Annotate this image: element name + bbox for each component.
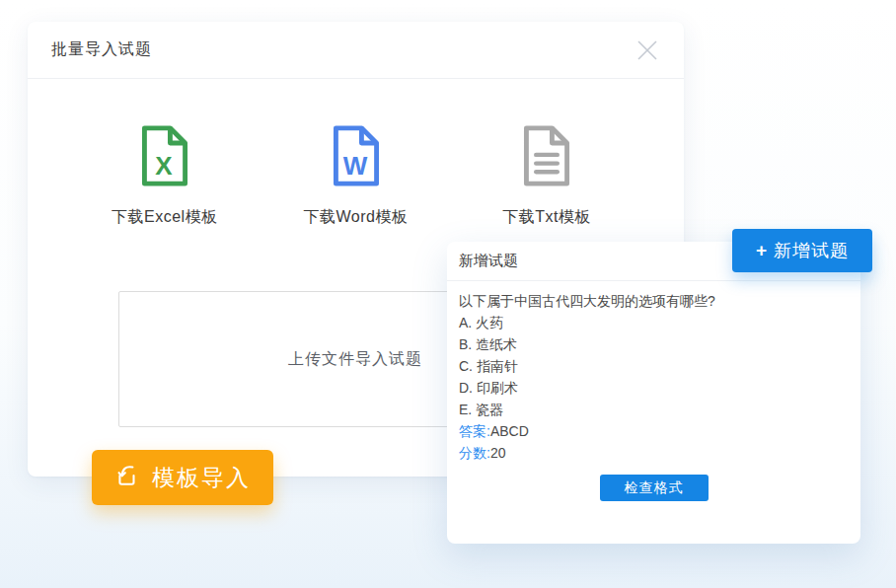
add-question-button[interactable]: + 新增试题 (732, 229, 872, 272)
answer-label: 答案: (459, 423, 490, 439)
add-question-label: 新增试题 (774, 239, 849, 262)
txt-file-icon (521, 124, 572, 191)
modal-title: 批量导入试题 (51, 39, 152, 60)
download-word-label: 下载Word模板 (304, 207, 409, 228)
add-question-panel: 新增试题 以下属于中国古代四大发明的选项有哪些? A. 火药 B. 造纸术 C.… (447, 242, 860, 544)
modal-header: 批量导入试题 (28, 22, 684, 79)
page: 批量导入试题 X 下载Excel模板 (0, 0, 896, 588)
question-option: E. 瓷器 (459, 399, 849, 420)
question-text: 以下属于中国古代四大发明的选项有哪些? (459, 290, 849, 312)
question-option: D. 印刷术 (459, 377, 849, 399)
import-icon (114, 463, 140, 492)
svg-text:X: X (155, 152, 173, 182)
download-txt-label: 下载Txt模板 (502, 207, 591, 228)
template-import-button[interactable]: 模板导入 (92, 450, 273, 505)
question-option: C. 指南针 (459, 355, 849, 377)
download-excel-template[interactable]: X 下载Excel模板 (69, 124, 261, 228)
download-excel-label: 下载Excel模板 (112, 207, 218, 228)
template-download-row: X 下载Excel模板 W 下载Word模板 (28, 79, 684, 228)
panel-title: 新增试题 (459, 252, 518, 270)
question-option: B. 造纸术 (459, 333, 849, 355)
score-value: 20 (490, 445, 506, 461)
word-file-icon: W (331, 124, 382, 191)
answer-line: 答案:ABCD (459, 420, 849, 442)
download-word-template[interactable]: W 下载Word模板 (261, 124, 452, 228)
close-icon[interactable] (635, 37, 660, 63)
answer-value: ABCD (490, 423, 529, 439)
score-line: 分数:20 (459, 442, 849, 464)
template-import-label: 模板导入 (152, 463, 251, 493)
plus-icon: + (756, 240, 768, 261)
panel-body: 以下属于中国古代四大发明的选项有哪些? A. 火药 B. 造纸术 C. 指南针 … (447, 281, 860, 501)
svg-text:W: W (342, 152, 367, 182)
question-option: A. 火药 (459, 312, 849, 333)
upload-dropzone-label: 上传文件导入试题 (288, 349, 422, 370)
download-txt-template[interactable]: 下载Txt模板 (451, 124, 642, 228)
score-label: 分数: (459, 445, 490, 461)
excel-file-icon: X (139, 124, 190, 191)
check-format-button[interactable]: 检查格式 (600, 475, 709, 501)
